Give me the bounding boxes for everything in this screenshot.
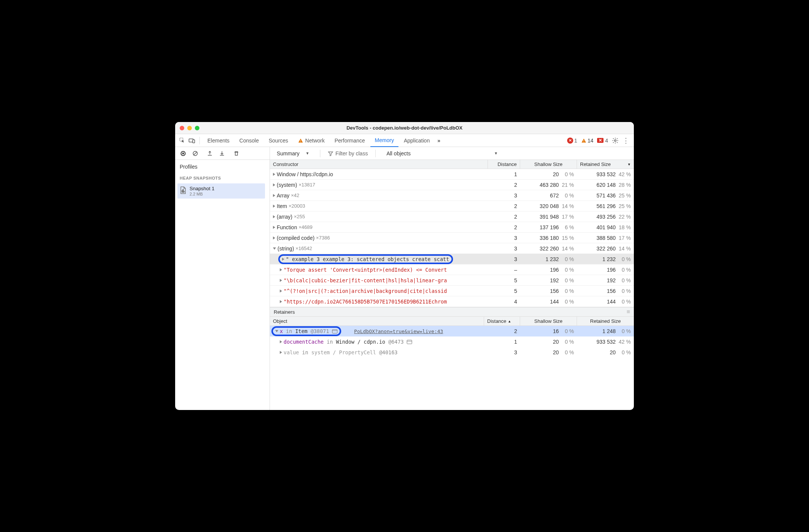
shallow-size-cell: 1 232 0 % [520,256,577,262]
tab-console[interactable]: Console [235,134,263,147]
distance-cell: 3 [484,349,520,355]
instance-count: ×4689 [299,224,313,230]
tab-elements[interactable]: Elements [203,134,234,147]
distance-cell: 5 [488,288,520,294]
constructor-row[interactable]: Array×423672 0 %571 436 25 % [270,190,634,201]
sort-asc-icon: ▲ [508,319,511,323]
constructor-row[interactable]: "https://cdpn.io2AC766158D5B7507E170156E… [270,296,634,307]
tab-memory[interactable]: Memory [370,134,399,147]
disclosure-icon[interactable] [280,279,282,282]
inspect-icon[interactable] [177,136,187,145]
disclosure-icon[interactable] [273,247,276,250]
col-retained[interactable]: Retained Size▼ [577,160,634,169]
warning-triangle-icon [298,138,303,143]
tabbar-divider [199,137,200,144]
shallow-size-cell: 137 196 6 % [520,224,577,230]
svg-rect-4 [301,141,301,142]
disclosure-icon[interactable] [273,194,275,197]
gc-icon[interactable] [231,149,241,158]
ret-col-object[interactable]: Object [270,317,484,325]
ret-col-shallow[interactable]: Shallow Size [520,317,577,325]
disclosure-icon[interactable] [280,268,282,271]
objects-filter-dropdown[interactable]: All objects▼ [383,149,501,158]
disclosure-icon[interactable] [273,173,275,176]
col-distance[interactable]: Distance [488,160,520,169]
sort-desc-icon: ▼ [627,163,631,166]
constructor-row[interactable]: Window / https://cdpn.io120 0 %933 532 4… [270,169,634,180]
window-icon [407,340,412,344]
record-icon[interactable] [178,149,188,158]
tab-more[interactable]: » [435,134,443,147]
snapshot-item[interactable]: Snapshot 1 2.2 MB [177,183,265,199]
retainer-row[interactable]: x in Item @38071PoLdbOX?anon=true&view=l… [270,326,634,336]
snapshot-name: Snapshot 1 [190,186,215,192]
source-link[interactable]: PoLdbOX?anon=true&view=live:43 [354,329,443,334]
constructor-row[interactable]: (compiled code)×73863336 180 15 %388 580… [270,233,634,243]
disclosure-icon[interactable] [275,330,278,332]
disclosure-icon[interactable] [280,340,282,343]
settings-gear-icon[interactable] [612,137,619,144]
save-icon[interactable] [217,149,227,158]
tab-performance[interactable]: Performance [330,134,369,147]
clear-icon[interactable] [190,149,200,158]
disclosure-icon[interactable] [282,258,284,261]
shallow-size-cell: 336 180 15 % [520,235,577,241]
shallow-size-cell: 156 0 % [520,288,577,294]
device-toolbar-icon[interactable] [187,136,196,145]
retainer-row[interactable]: value in system / PropertyCell @40163320… [270,347,634,358]
retainers-menu-icon[interactable]: ≡ [627,308,630,315]
issues-count[interactable]: ✕ 4 [597,138,608,144]
constructor-row[interactable]: " example 3 example 3: scattered objects… [270,254,634,264]
disclosure-icon[interactable] [280,351,282,354]
col-shallow[interactable]: Shallow Size [520,160,577,169]
disclosure-icon[interactable] [280,300,282,303]
constructor-name: (system) [277,182,297,188]
constructor-row[interactable]: (string)×165423322 260 14 %322 260 14 % [270,243,634,254]
disclosure-icon[interactable] [273,215,275,218]
disclosure-icon[interactable] [280,289,282,293]
svg-rect-14 [184,191,185,192]
col-constructor[interactable]: Constructor [270,160,488,169]
disclosure-icon[interactable] [273,183,275,186]
close-icon[interactable] [180,126,184,130]
tab-network[interactable]: Network [293,134,329,147]
tab-application[interactable]: Application [399,134,434,147]
constructor-row[interactable]: (system)×138172463 280 21 %620 148 28 % [270,180,634,190]
view-dropdown[interactable]: Summary▼ [274,149,312,158]
snapshot-file-icon [180,186,187,194]
kebab-menu-icon[interactable]: ⋮ [622,136,629,145]
instance-count: ×20003 [288,203,305,209]
disclosure-icon[interactable] [273,205,275,208]
ret-col-retained[interactable]: Retained Size [577,317,634,325]
ret-col-distance[interactable]: Distance▲ [484,317,520,325]
retainer-path: documentCache in Window / cdpn.io @6473 [284,339,404,345]
distance-cell: 3 [488,246,520,252]
constructor-row[interactable]: Item×200032320 048 14 %561 296 25 % [270,201,634,211]
constructor-row[interactable]: (array)×2552391 948 17 %493 256 22 % [270,211,634,222]
load-icon[interactable] [205,149,215,158]
tab-sources[interactable]: Sources [264,134,293,147]
constructor-row[interactable]: "\b(calc|cubic-bezier|fit-content|hsl|hs… [270,275,634,286]
retainers-columns: Object Distance▲ Shallow Size Retained S… [270,317,634,326]
svg-point-7 [615,139,616,141]
shallow-size-cell: 144 0 % [520,299,577,305]
constructor-name: "Torque assert 'Convert<uintptr>(endInde… [284,267,447,273]
constructor-row[interactable]: Function×46892137 196 6 %401 940 18 % [270,222,634,233]
disclosure-icon[interactable] [273,236,275,239]
warning-count[interactable]: 14 [581,138,594,144]
disclosure-icon[interactable] [273,226,275,229]
shallow-size-cell: 192 0 % [520,277,577,283]
class-filter-input[interactable]: Filter by class [328,150,368,156]
retainer-row[interactable]: documentCache in Window / cdpn.io @64731… [270,336,634,347]
constructor-row[interactable]: "^(?!on|src|(?:action|archive|background… [270,286,634,296]
constructor-row[interactable]: "Torque assert 'Convert<uintptr>(endInde… [270,264,634,275]
retained-size-cell: 388 580 17 % [577,235,634,241]
instance-count: ×255 [294,214,305,219]
distance-cell: 2 [488,182,520,188]
zoom-icon[interactable] [195,126,199,130]
svg-rect-12 [182,190,182,192]
error-count[interactable]: ✕ 1 [567,138,577,144]
minimize-icon[interactable] [187,126,192,130]
retainers-rows: x in Item @38071PoLdbOX?anon=true&view=l… [270,326,634,410]
memory-toolbar: Summary▼ Filter by class All objects▼ [175,147,634,160]
